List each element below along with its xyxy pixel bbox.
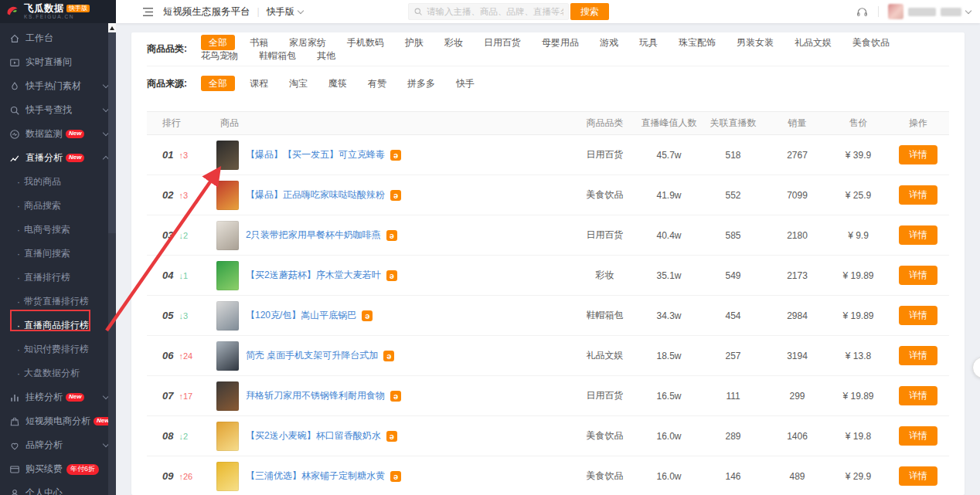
sidebar-item-label: 个人中心 — [26, 487, 63, 495]
rank-cell: 04↓1 — [147, 270, 216, 281]
product-title-link[interactable]: 【三浦优选】林家铺子定制糖水黄 — [246, 470, 385, 483]
sidebar-item[interactable]: 数据监测New — [0, 122, 116, 146]
sidebar-subitem[interactable]: 直播商品排行榜 — [0, 314, 116, 337]
sidebar-item[interactable]: 购买续费年付6折 — [0, 457, 116, 481]
sidebar-subitem[interactable]: 商品搜索 — [0, 194, 116, 218]
detail-button[interactable]: 详情 — [899, 346, 937, 365]
filter-chip[interactable]: 有赞 — [368, 78, 386, 89]
filter-chip[interactable]: 鞋帽箱包 — [259, 50, 296, 61]
detail-button[interactable]: 详情 — [899, 386, 937, 405]
sidebar-subitem[interactable]: 大盘数据分析 — [0, 361, 116, 385]
filter-chip[interactable]: 护肤 — [405, 37, 424, 48]
filter-chip[interactable]: 彩妆 — [444, 37, 463, 48]
product-image[interactable] — [216, 341, 239, 371]
filter-chip[interactable]: 家居家纺 — [289, 37, 326, 48]
sidebar-subitem[interactable]: 电商号搜索 — [0, 218, 116, 242]
sidebar-item[interactable]: 挂榜分析New — [0, 385, 116, 409]
filter-chip[interactable]: 快手 — [456, 78, 475, 89]
product-image[interactable] — [216, 261, 239, 290]
product-title-link[interactable]: 简壳 桌面手机支架可升降台式加 — [246, 349, 378, 362]
peak-viewers-cell: 34.3w — [637, 310, 701, 321]
filter-chip[interactable]: 魔筷 — [328, 78, 347, 89]
column-header: 关联直播数 — [701, 117, 765, 130]
detail-button[interactable]: 详情 — [899, 185, 937, 205]
logo[interactable]: 飞瓜数据 快手版 KS.FEIGUA.CN — [0, 0, 116, 23]
product-title-link[interactable]: 【买2送蘑菇杯】序木堂大麦若叶 — [246, 269, 381, 282]
sidebar-subitem[interactable]: 直播排行榜 — [0, 266, 116, 290]
filter-chip[interactable]: 花鸟宠物 — [201, 50, 238, 61]
sidebar-subitem[interactable]: 知识付费排行榜 — [0, 337, 116, 361]
rank-number: 07 — [162, 390, 173, 402]
sidebar-item[interactable]: 快手热门素材 — [0, 74, 116, 98]
sidebar-subitem[interactable]: 带货直播排行榜 — [0, 290, 116, 314]
detail-button[interactable]: 详情 — [899, 426, 937, 446]
detail-button[interactable]: 详情 — [899, 306, 937, 325]
filter-chip[interactable]: 淘宝 — [289, 78, 308, 89]
sidebar-item[interactable]: 个人中心 — [0, 481, 116, 495]
sidebar-item[interactable]: 工作台 — [0, 26, 116, 50]
category-cell: 美食饮品 — [573, 429, 637, 442]
version-dropdown[interactable]: 快手版 — [267, 5, 303, 19]
sidebar-item[interactable]: 短视频电商分析New — [0, 409, 116, 433]
category-cell: 彩妆 — [573, 269, 637, 282]
filter-chip[interactable]: 珠宝配饰 — [679, 37, 716, 48]
price-cell: ¥ 29.9 — [829, 471, 887, 482]
product-title-link[interactable]: 【爆品】【买一发五】可立克蜂毒 — [246, 148, 385, 161]
kuaishou-source-icon: ə — [390, 391, 401, 402]
product-image[interactable] — [216, 141, 239, 170]
sidebar-subitem[interactable]: 直播间搜索 — [0, 242, 116, 266]
headset-support-icon[interactable] — [856, 5, 869, 19]
sidebar-item[interactable]: 实时直播间 — [0, 50, 116, 74]
product-image[interactable] — [216, 221, 239, 250]
product-image[interactable] — [216, 422, 239, 451]
product-title-link[interactable]: 【120克/包】嵩山平底锅巴 — [246, 309, 356, 322]
filter-chip[interactable]: 全部 — [201, 35, 235, 50]
sidebar-item[interactable]: 品牌分析 — [0, 433, 116, 457]
username-blurred — [908, 8, 936, 16]
action-cell: 详情 — [887, 266, 949, 285]
product-image[interactable] — [216, 381, 239, 411]
filter-chip[interactable]: 美食饮品 — [852, 37, 890, 48]
filter-chip[interactable]: 日用百货 — [484, 37, 521, 48]
filter-chip[interactable]: 全部 — [201, 76, 235, 91]
sidebar-scrollbar[interactable] — [108, 23, 116, 495]
column-header: 直播峰值人数 — [637, 117, 701, 130]
user-account-menu[interactable] — [888, 4, 971, 19]
person-icon — [9, 488, 20, 495]
sidebar-subitem[interactable]: 我的商品 — [0, 170, 116, 194]
filter-chip[interactable]: 手机数码 — [347, 37, 384, 48]
product-title-link[interactable]: 【爆品】正品嗨吃家味哒哒酸辣粉 — [246, 188, 385, 202]
action-cell: 详情 — [887, 426, 949, 446]
filter-chip[interactable]: 玩具 — [639, 37, 658, 48]
search-input[interactable] — [427, 7, 563, 16]
detail-button[interactable]: 详情 — [899, 225, 937, 245]
username-blurred — [941, 8, 961, 16]
search-button[interactable]: 搜索 — [570, 3, 609, 20]
detail-button[interactable]: 详情 — [899, 145, 937, 164]
detail-button[interactable]: 详情 — [899, 266, 937, 285]
filter-chip[interactable]: 课程 — [250, 78, 268, 89]
category-cell: 日用百货 — [573, 229, 637, 242]
filter-chip[interactable]: 游戏 — [600, 37, 618, 48]
product-title-link[interactable]: 2只装带把家用早餐杯牛奶咖啡燕 — [246, 229, 381, 242]
product-image[interactable] — [216, 181, 239, 210]
scrollbar-thumb[interactable] — [108, 32, 116, 233]
product-image[interactable] — [216, 462, 239, 491]
scroll-up-button[interactable] — [108, 23, 116, 32]
sidebar-item[interactable]: 直播分析New — [0, 146, 116, 170]
product-title-link[interactable]: 【买2送小麦碗】杯口留香酸奶水 — [246, 429, 381, 442]
filter-chip[interactable]: 男装女装 — [737, 37, 774, 48]
product-title-link[interactable]: 拜格斩刀家用不锈钢锋利耐用食物 — [246, 389, 385, 402]
filter-chip[interactable]: 书籍 — [250, 37, 268, 48]
related-lives-cell: 146 — [701, 471, 765, 482]
detail-button[interactable]: 详情 — [899, 466, 937, 486]
product-image[interactable] — [216, 301, 239, 331]
filter-chip[interactable]: 拼多多 — [407, 78, 435, 89]
peak-viewers-cell: 16.0w — [637, 471, 701, 482]
filter-chip[interactable]: 母婴用品 — [542, 37, 579, 48]
collapse-menu-icon[interactable] — [142, 7, 154, 17]
filter-chip[interactable]: 其他 — [317, 50, 335, 61]
search-box[interactable] — [408, 3, 569, 20]
sidebar-item[interactable]: 快手号查找 — [0, 98, 116, 122]
filter-chip[interactable]: 礼品文娱 — [795, 37, 832, 48]
